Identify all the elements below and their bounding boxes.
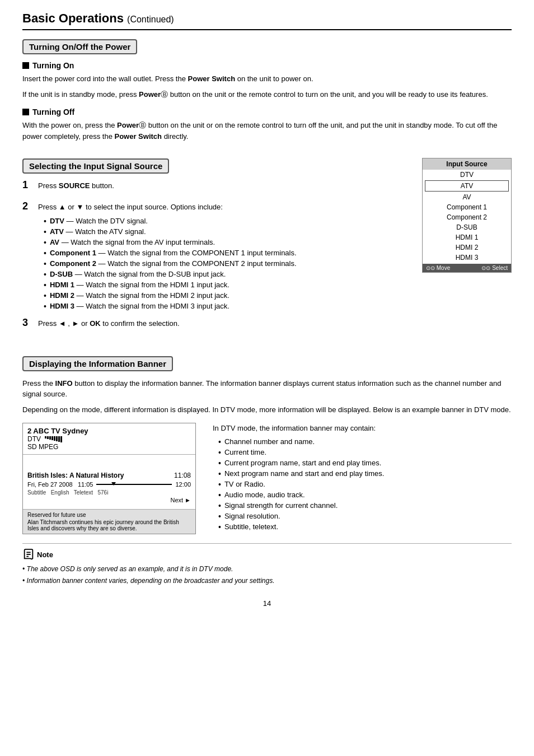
banner-bottom: Reserved for future use Alan Titchmarsh …	[23, 510, 195, 534]
turning-on-text1: Insert the power cord into the wall outl…	[22, 73, 512, 85]
banner-date: Fri, Feb 27 2008 11:05	[27, 481, 93, 488]
step-2-content: Press ▲ or ▼ to select the input source.…	[38, 202, 411, 313]
note-label: Note	[37, 550, 53, 559]
note-item-1: The above OSD is only served as an examp…	[22, 564, 512, 574]
panel-title: Input Source	[423, 158, 511, 170]
banner-channel-name: 2 ABC TV Sydney	[27, 427, 191, 435]
dtv-items-list: Channel number and name. Current time. C…	[218, 437, 512, 531]
step-3-number: 3	[22, 317, 38, 329]
option-component1: Component 1 — Watch the signal from the …	[44, 249, 411, 258]
page-number: 14	[22, 599, 512, 608]
step-1-number: 1	[22, 179, 38, 191]
turning-off-text: With the power on, press the PowerⒷ butt…	[22, 120, 512, 142]
banner-program-time: 11:08	[174, 472, 191, 479]
banner-program-title: British Isles: A Natural History	[27, 472, 124, 479]
info-banner-section: Displaying the Information Banner Press …	[22, 356, 512, 586]
input-signal-content: Input Source DTV ATV AV Component 1 Comp…	[22, 180, 512, 339]
dtv-item-time: Current time.	[218, 448, 512, 457]
step-2: 2 Press ▲ or ▼ to select the input sourc…	[22, 202, 411, 313]
input-source-panel: Input Source DTV ATV AV Component 1 Comp…	[422, 158, 512, 273]
panel-item-hdmi2: HDMI 2	[423, 242, 511, 253]
option-atv: ATV — Watch the ATV signal.	[44, 227, 411, 236]
time-progress-bar	[96, 484, 172, 485]
banner-middle: British Isles: A Natural History 11:08 F…	[23, 455, 195, 510]
panel-item-av: AV	[423, 192, 511, 202]
panel-item-hdmi3: HDMI 3	[423, 253, 511, 263]
dtv-info-list: In DTV mode, the information banner may …	[213, 423, 512, 533]
panel-select-label: ⊙⊙ Select	[481, 265, 508, 271]
banner-format: SD MPEG	[27, 443, 191, 451]
step-1: 1 Press SOURCE button.	[22, 180, 411, 196]
turning-power-section: Turning On/Off the Power Turning On Inse…	[22, 39, 512, 142]
panel-move-label: ⊙⊙ Move	[426, 265, 450, 271]
dtv-item-signal: Signal strength for current channel.	[218, 501, 512, 510]
banner-top: 2 ABC TV Sydney DTV SD MPEG	[23, 423, 195, 455]
dtv-item-channel: Channel number and name.	[218, 437, 512, 446]
panel-item-component2: Component 2	[423, 212, 511, 222]
info-banner-text1: Press the INFO button to display the inf…	[22, 378, 512, 400]
info-banner-heading: Displaying the Information Banner	[22, 356, 173, 371]
banner-description: Alan Titchmarsh continues his epic journ…	[27, 519, 191, 531]
info-banner-text2: Depending on the mode, different informa…	[22, 404, 512, 416]
turning-on-text2: If the unit is in standby mode, press Po…	[22, 89, 512, 100]
dtv-item-resolution: Signal resolution.	[218, 512, 512, 521]
option-hdmi2: HDMI 2 — Watch the signal from the HDMI …	[44, 291, 411, 300]
info-banner-wrapper: 2 ABC TV Sydney DTV SD MPEG	[22, 423, 512, 534]
black-square-icon	[22, 62, 29, 69]
black-square-icon2	[22, 109, 29, 115]
note-item-2: Information banner content varies, depen…	[22, 576, 512, 586]
turning-power-heading: Turning On/Off the Power	[22, 39, 137, 54]
note-icon	[22, 548, 35, 561]
option-hdmi3: HDMI 3 — Watch the signal from the HDMI …	[44, 302, 411, 311]
banner-next: Next ►	[27, 497, 191, 503]
panel-item-hdmi1: HDMI 1	[423, 232, 511, 242]
panel-item-dsub: D-SUB	[423, 222, 511, 232]
option-hdmi1: HDMI 1 — Watch the signal from the HDMI …	[44, 281, 411, 290]
dtv-item-subtitle: Subtitle, teletext.	[218, 522, 512, 531]
panel-item-dtv: DTV	[423, 170, 511, 180]
option-dsub: D-SUB — Watch the signal from the D-SUB …	[44, 270, 411, 279]
banner-program-row: British Isles: A Natural History 11:08	[27, 472, 191, 479]
banner-end-time: 12:00	[175, 481, 191, 488]
turning-on-heading: Turning On	[22, 61, 512, 70]
panel-item-component1: Component 1	[423, 202, 511, 212]
step-3: 3 Press ◄ , ► or OK to confirm the selec…	[22, 318, 512, 334]
banner-time-bar: Fri, Feb 27 2008 11:05 12:00	[27, 481, 191, 488]
turning-off-label: Turning Off	[32, 108, 74, 116]
banner-details: Subtitle English Teletext 576i	[27, 489, 191, 496]
turning-off-heading: Turning Off	[22, 108, 512, 116]
banner-reserved: Reserved for future use	[27, 512, 191, 518]
input-options-list: DTV — Watch the DTV signal. ATV — Watch …	[44, 217, 411, 311]
dtv-item-next-program: Next program name and start and end play…	[218, 469, 512, 478]
option-dtv: DTV — Watch the DTV signal.	[44, 217, 411, 226]
input-signal-section: Selecting the Input Signal Source Input …	[22, 158, 512, 339]
panel-item-atv-selected[interactable]: ATV	[425, 180, 509, 192]
step-3-content: Press ◄ , ► or OK to confirm the selecti…	[38, 318, 512, 334]
dtv-contains-title: In DTV mode, the information banner may …	[213, 423, 512, 434]
banner-example: 2 ABC TV Sydney DTV SD MPEG	[22, 423, 196, 534]
input-signal-heading: Selecting the Input Signal Source	[22, 158, 169, 174]
step-2-number: 2	[22, 200, 38, 212]
time-marker	[111, 482, 116, 486]
note-section: Note The above OSD is only served as an …	[22, 543, 512, 586]
panel-footer: ⊙⊙ Move ⊙⊙ Select	[423, 264, 511, 272]
turning-on-label: Turning On	[32, 61, 74, 70]
dtv-item-tv-radio: TV or Radio.	[218, 480, 512, 489]
main-title: Basic Operations (Continued)	[22, 11, 512, 30]
signal-bars	[45, 436, 62, 442]
note-title: Note	[22, 548, 512, 561]
banner-mode-row: DTV	[27, 435, 191, 443]
dtv-item-audio: Audio mode, audio track.	[218, 491, 512, 500]
option-component2: Component 2 — Watch the signal from the …	[44, 259, 411, 268]
title-continued: (Continued)	[127, 15, 174, 24]
dtv-item-current-program: Current program name, start and end play…	[218, 459, 512, 468]
step-1-content: Press SOURCE button.	[38, 180, 411, 196]
option-av: AV — Watch the signal from the AV input …	[44, 238, 411, 247]
title-text: Basic Operations	[22, 11, 124, 25]
